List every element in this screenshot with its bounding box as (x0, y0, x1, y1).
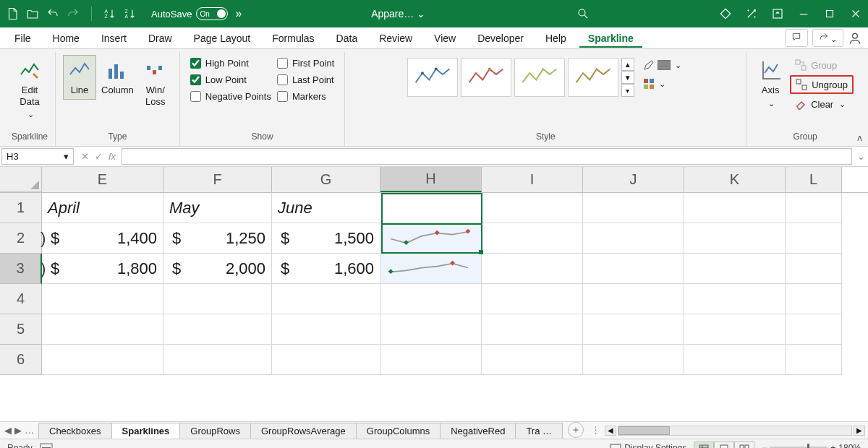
row-header-5[interactable]: 5 (0, 314, 42, 345)
minimize-icon[interactable] (797, 7, 810, 20)
cell-i2[interactable] (482, 223, 583, 254)
sort-desc-icon[interactable]: ZA (124, 7, 137, 20)
cell-e1[interactable]: April (42, 193, 163, 223)
col-header-f[interactable]: F (163, 167, 272, 192)
ribbon-mode-icon[interactable] (771, 7, 784, 20)
tab-view[interactable]: View (425, 29, 464, 48)
scroll-track[interactable] (618, 426, 852, 436)
ungroup-button[interactable]: Ungroup (790, 75, 854, 94)
markers-check[interactable]: Markers (277, 91, 335, 102)
cell-h3-sparkline[interactable] (380, 254, 482, 284)
tab-help[interactable]: Help (537, 29, 575, 48)
scroll-left[interactable]: ◀ (605, 426, 616, 436)
sheet-nav-prev[interactable]: ◀ (4, 425, 12, 436)
tab-file[interactable]: File (6, 29, 40, 48)
share-button[interactable] (812, 29, 843, 47)
negative-points-check[interactable]: Negative Points (190, 91, 271, 102)
style-item-2[interactable] (461, 58, 511, 97)
row-header-2[interactable]: 2 (0, 223, 42, 254)
cell-f2[interactable]: $1,250 (163, 223, 272, 254)
col-header-l[interactable]: L (786, 167, 842, 192)
scroll-thumb[interactable] (618, 426, 670, 435)
diamond-icon[interactable] (719, 7, 732, 20)
sheet-tab-negativered[interactable]: NegativeRed (440, 423, 516, 439)
sheet-tab-checkboxes[interactable]: Checkboxes (38, 423, 112, 439)
zoom-in-button[interactable]: + (830, 443, 835, 448)
cell-f1[interactable]: May (163, 193, 272, 223)
tab-insert[interactable]: Insert (93, 29, 135, 48)
macro-recorder-icon[interactable] (40, 443, 53, 448)
col-header-e[interactable]: E (42, 167, 163, 192)
style-item-1[interactable] (407, 58, 458, 97)
gallery-down[interactable]: ▼ (621, 71, 634, 84)
zoom-out-button[interactable]: − (762, 443, 767, 448)
add-sheet-button[interactable]: ＋ (568, 422, 584, 438)
sort-asc-icon[interactable]: AZ (103, 7, 116, 20)
sheet-tab-grouprowsavg[interactable]: GroupRowsAverage (250, 423, 357, 439)
cancel-formula-icon[interactable]: ✕ (81, 151, 89, 162)
col-header-g[interactable]: G (272, 167, 380, 192)
cell-g2[interactable]: $1,500 (272, 223, 380, 254)
zoom-level[interactable]: 180% (838, 443, 861, 448)
name-box[interactable]: H3▾ (1, 148, 74, 165)
tab-draw[interactable]: Draw (140, 29, 181, 48)
close-icon[interactable] (849, 7, 862, 20)
clear-button[interactable]: Clear (790, 95, 854, 113)
col-header-j[interactable]: J (583, 167, 684, 192)
style-item-3[interactable] (514, 58, 565, 97)
row-header-4[interactable]: 4 (0, 284, 42, 314)
row-header-6[interactable]: 6 (0, 345, 42, 375)
redo-icon[interactable] (67, 7, 80, 20)
comments-button[interactable] (785, 29, 808, 47)
first-point-check[interactable]: First Point (277, 58, 335, 69)
cell-j2[interactable] (583, 223, 684, 254)
row-header-3[interactable]: 3 (0, 254, 42, 284)
sheet-tab-grouprows[interactable]: GroupRows (179, 423, 251, 439)
cell-i1[interactable] (482, 193, 583, 223)
marker-color-button[interactable] (642, 77, 683, 91)
cell-e3[interactable]: )$1,800 (42, 254, 163, 284)
col-header-k[interactable]: K (684, 167, 786, 192)
tab-review[interactable]: Review (370, 29, 421, 48)
new-file-icon[interactable] (6, 7, 19, 20)
accept-formula-icon[interactable]: ✓ (95, 151, 103, 162)
line-type-button[interactable]: Line (63, 55, 96, 100)
sheet-tab-tra[interactable]: Tra … (515, 423, 563, 439)
gallery-more[interactable]: ▾ (621, 84, 634, 97)
cell-g1[interactable]: June (272, 193, 380, 223)
sheet-tab-groupcolumns[interactable]: GroupColumns (356, 423, 441, 439)
cell-f3[interactable]: $2,000 (163, 254, 272, 284)
tab-data[interactable]: Data (328, 29, 367, 48)
cell-g3[interactable]: $1,600 (272, 254, 380, 284)
search-icon[interactable] (576, 7, 590, 20)
cell-l3[interactable] (786, 254, 842, 284)
cell-k3[interactable] (684, 254, 786, 284)
tab-sparkline[interactable]: Sparkline (579, 29, 642, 48)
winloss-type-button[interactable]: Win/ Loss (139, 55, 172, 111)
page-break-view-button[interactable] (734, 441, 754, 448)
autosave-toggle[interactable]: On (196, 7, 228, 20)
cell-j3[interactable] (583, 254, 684, 284)
tab-developer[interactable]: Developer (469, 29, 532, 48)
cell-k1[interactable] (684, 193, 786, 223)
document-name[interactable]: Appare… ⌄ (371, 8, 425, 20)
scroll-right[interactable]: ▶ (854, 426, 865, 436)
high-point-check[interactable]: High Point (190, 58, 271, 69)
edit-data-button[interactable]: Edit Data (13, 55, 46, 123)
page-layout-view-button[interactable] (714, 441, 734, 448)
account-icon[interactable] (848, 31, 862, 46)
column-type-button[interactable]: Column (96, 55, 139, 100)
normal-view-button[interactable] (694, 441, 714, 448)
open-file-icon[interactable] (26, 7, 39, 20)
select-all-corner[interactable] (0, 167, 42, 192)
magic-icon[interactable] (745, 7, 758, 20)
sheet-nav-next[interactable]: ▶ (14, 425, 22, 436)
formula-expand[interactable]: ⌄ (854, 147, 868, 166)
cell-j1[interactable] (583, 193, 684, 223)
sheet-tab-sparklines[interactable]: Sparklines (111, 423, 181, 439)
cell-e4[interactable] (42, 284, 163, 314)
horizontal-scrollbar[interactable]: ◀ ▶ (602, 422, 868, 439)
display-settings-button[interactable]: Display Settings (610, 443, 686, 448)
cell-k2[interactable] (684, 223, 786, 254)
qat-more[interactable]: » (235, 7, 242, 20)
